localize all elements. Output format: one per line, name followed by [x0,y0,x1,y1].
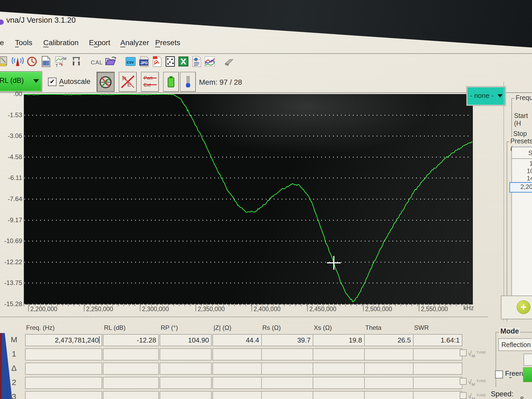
xml-export-icon[interactable]: <> [191,55,203,68]
marker-field-m[interactable]: 1.64:1 [413,334,462,346]
marker-row-label: Δ [8,364,20,373]
memory-trace-dropdown[interactable]: - none - [467,87,506,106]
preset-item-selected[interactable]: 2,200, [520,183,532,191]
marker-field-2[interactable] [313,377,365,389]
marker-field-δ[interactable] [160,363,212,375]
marker-field-3[interactable] [160,391,212,399]
marker-field-m[interactable]: 19.8 [313,334,365,346]
marker-field-2[interactable] [103,377,159,389]
marker-field-2[interactable] [160,377,212,389]
svg-text:M: M [63,56,66,61]
menu-separator [0,53,532,54]
tune-checkbox[interactable] [460,392,467,399]
marker-field-3[interactable] [364,391,414,399]
marker-field-1[interactable] [25,348,102,360]
marker-field-3[interactable] [25,391,102,399]
marker-field-2[interactable] [364,377,414,389]
marker-field-δ[interactable] [261,363,313,375]
marker-field-3[interactable] [313,391,365,399]
marker-field-1[interactable] [261,348,313,360]
antenna-icon[interactable] [12,55,24,68]
marker-table: Freq. (Hz)RL (dB)RP (°)|Z| (Ω)Rs (Ω)Xs (… [0,324,488,399]
marker-field-3[interactable] [261,391,313,399]
tune-checkbox[interactable] [460,378,467,385]
marker-field-m[interactable]: 39.7 [261,334,313,346]
marker-field-3[interactable] [103,391,159,399]
single-sweep-button[interactable] [523,367,532,382]
marker-field-1[interactable] [313,348,365,360]
marker-field-δ[interactable] [212,363,262,375]
scatter-export-icon[interactable] [164,55,176,68]
marker-field-δ[interactable] [364,363,414,375]
table-report-icon[interactable] [40,55,52,68]
chart-marker-icon[interactable]: MT [55,55,67,68]
vnaj-application-window: vna/J Version 3.1.20 CAL RL (dB) ✔ Autos… [0,0,532,399]
pdf-export-icon[interactable] [151,55,163,68]
menu-presets[interactable]: Presets [155,39,180,47]
x-axis-tick [307,304,308,311]
marker-field-1[interactable] [364,348,414,360]
gridline [24,199,471,200]
marker-field-3[interactable] [212,391,262,399]
preset-item[interactable]: 1 [529,160,532,167]
tune-label: TUNE [476,351,486,354]
smith-chart-toggle[interactable] [97,72,115,92]
marker-field-δ[interactable] [103,363,159,375]
marker-field-1[interactable] [160,348,212,360]
x-axis-tick [28,304,29,311]
scale-select-dropdown[interactable]: RL (dB) [0,71,42,92]
marker-field-1[interactable] [212,348,262,360]
marker-field-δ[interactable] [413,363,462,375]
marker-field-δ[interactable] [313,363,365,375]
marker-field-m[interactable]: 44.4 [212,334,262,346]
marker-field-2[interactable] [25,377,102,389]
marker-field-3[interactable] [413,391,462,399]
rs-display-button[interactable]: RE [119,72,137,92]
port-extension-button[interactable]: PortExt [141,72,159,92]
marker-field-m[interactable]: 2,473,781,240 [25,334,102,346]
clock-icon[interactable] [26,55,38,68]
mode-secondary-field[interactable] [524,354,532,366]
marker-field-m[interactable]: -12.28 [103,334,159,346]
calipers-icon[interactable] [70,55,82,68]
hardware-setup-icon[interactable] [0,55,8,68]
preset-item[interactable]: 10 [527,167,532,175]
mode-select[interactable]: Reflection [498,338,532,351]
panel-separator [504,82,504,321]
menu-calibration[interactable]: Calibration [43,39,79,47]
tune-checkbox-group[interactable]: √M TUNE [460,349,486,358]
tune-checkbox[interactable] [460,349,467,356]
marker-field-1[interactable] [103,348,159,360]
freerun-checkbox[interactable] [495,370,503,378]
marker-field-2[interactable] [261,377,313,389]
preset-item[interactable]: 14 [527,175,532,182]
jpg-export-icon[interactable]: JPG [138,55,150,68]
chevron-down-icon [33,79,39,83]
x-axis-label: 2,250,000 [86,306,113,313]
marker-field-m[interactable]: 26.5 [364,334,414,346]
tune-checkbox-group[interactable]: √M TUNE [460,378,486,387]
csv-export-icon[interactable]: csv [125,55,137,68]
eraser-icon[interactable] [223,55,235,68]
autoscale-checkbox[interactable]: ✔ [48,78,56,86]
add-preset-button[interactable]: + [517,300,530,314]
excel-export-icon[interactable] [177,55,189,68]
marker-field-2[interactable] [212,377,262,389]
chart-export-icon[interactable] [204,55,216,68]
marker-field-1[interactable] [413,348,462,360]
monitor-bezel [0,0,532,55]
marker-field-m[interactable]: 104.90 [160,334,212,346]
marker-field-δ[interactable] [25,363,102,375]
marker-field-2[interactable] [413,377,462,389]
tune-checkbox-group[interactable]: √M TUNE [460,392,486,399]
svg-text:T: T [55,63,58,68]
menu-export[interactable]: Export [89,39,110,47]
x-axis-label: 2,500,000 [365,306,392,313]
battery-button[interactable] [163,72,179,92]
folder-open-icon[interactable] [104,55,117,68]
menu-tools[interactable]: Tools [15,39,32,47]
temperature-button[interactable] [180,72,196,92]
menu-file[interactable]: File [0,39,4,47]
menu-analyzer[interactable]: Analyzer [120,39,149,47]
x-axis-label: 2,200,000 [30,306,57,313]
